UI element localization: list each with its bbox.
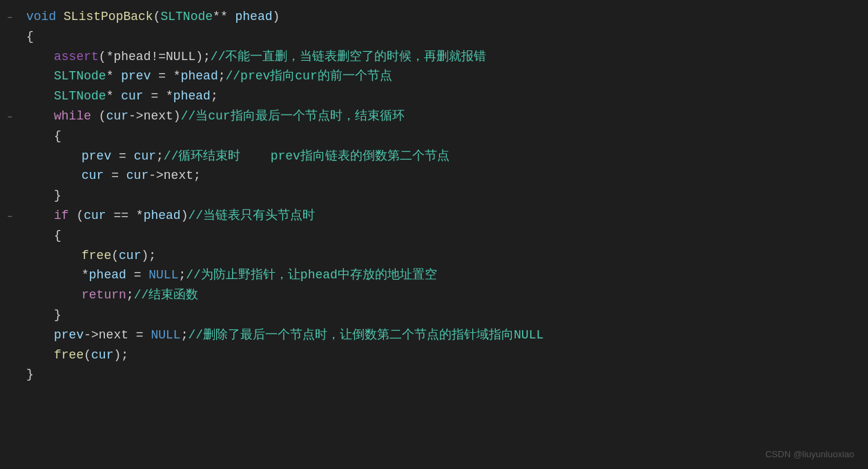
- code-content: void SListPopBack(SLTNode** phead): [19, 7, 868, 27]
- code-content: while (cur->next)//当cur指向最后一个节点时，结束循环: [19, 106, 868, 126]
- code-line: {: [0, 27, 868, 47]
- token: NULL: [151, 328, 180, 342]
- token: = *: [151, 69, 180, 83]
- token: (: [153, 10, 161, 23]
- token: SLTNode: [54, 69, 106, 83]
- collapse-icon[interactable]: −: [7, 111, 12, 124]
- token: [56, 10, 64, 23]
- token: ): [273, 10, 280, 23]
- token: ;: [211, 89, 218, 103]
- token: phead: [144, 209, 181, 222]
- token: free: [54, 348, 84, 362]
- code-content: free(cur);: [19, 345, 868, 365]
- token: == *: [106, 209, 144, 222]
- token: cur: [91, 348, 113, 362]
- token: }: [54, 308, 61, 322]
- token: free: [81, 249, 111, 262]
- token: = *: [144, 89, 173, 103]
- token: phead: [89, 268, 126, 282]
- code-line: −while (cur->next)//当cur指向最后一个节点时，结束循环: [0, 106, 868, 126]
- code-content: assert(*phead!=NULL);//不能一直删，当链表删空了的时候，再…: [19, 47, 868, 67]
- code-line: SLTNode* prev = *phead;//prev指向cur的前一个节点: [0, 66, 868, 86]
- token: ->next =: [84, 328, 151, 342]
- token: //当链表只有头节点时: [188, 209, 315, 222]
- code-container: −void SListPopBack(SLTNode** phead){asse…: [0, 0, 868, 469]
- token: //当cur指向最后一个节点时，结束循环: [181, 109, 405, 123]
- token: //循环结束时 prev指向链表的倒数第二个节点: [164, 149, 450, 163]
- token: cur: [106, 109, 128, 123]
- token: SLTNode: [160, 10, 213, 23]
- token: *: [106, 69, 122, 83]
- code-line: {: [0, 126, 868, 146]
- token: );: [113, 348, 128, 362]
- code-line: }: [0, 186, 868, 206]
- token: ->next): [128, 109, 181, 123]
- token: //为防止野指针，让phead中存放的地址置空: [186, 268, 437, 282]
- code-content: {: [19, 27, 868, 47]
- code-line: assert(*phead!=NULL);//不能一直删，当链表删空了的时候，再…: [0, 47, 868, 67]
- code-line: SLTNode* cur = *phead;: [0, 86, 868, 106]
- code-content: free(cur);: [19, 246, 868, 266]
- token: *: [106, 89, 122, 103]
- code-content: *phead = NULL;//为防止野指针，让phead中存放的地址置空: [19, 265, 868, 285]
- code-line: }: [0, 365, 868, 385]
- token: cur: [119, 249, 141, 262]
- token: (: [91, 109, 106, 123]
- token: return: [81, 288, 126, 302]
- token: {: [26, 30, 34, 44]
- token: cur: [126, 169, 148, 182]
- token: );: [141, 249, 156, 262]
- token: prev: [121, 69, 151, 83]
- token: //不能一直删，当链表删空了的时候，再删就报错: [211, 50, 487, 64]
- code-line: −if (cur == *phead)//当链表只有头节点时: [0, 206, 868, 226]
- token: ;: [218, 69, 226, 83]
- token: phead: [173, 89, 211, 103]
- token: );: [195, 50, 211, 64]
- token: =: [104, 169, 126, 182]
- gutter-icon: −: [0, 111, 19, 124]
- code-content: cur = cur->next;: [19, 166, 868, 186]
- token: *: [81, 268, 89, 282]
- token: //删除了最后一个节点时，让倒数第二个节点的指针域指向NULL: [188, 328, 543, 342]
- token: prev: [54, 328, 84, 342]
- token: prev: [81, 149, 111, 163]
- token: ->next;: [148, 169, 201, 182]
- code-content: {: [19, 226, 868, 246]
- token: ): [181, 209, 189, 222]
- code-content: return;//结束函数: [19, 285, 868, 305]
- code-line: free(cur);: [0, 246, 868, 266]
- code-line: cur = cur->next;: [0, 166, 868, 186]
- token: }: [54, 189, 61, 202]
- code-line: return;//结束函数: [0, 285, 868, 305]
- collapse-icon[interactable]: −: [7, 12, 12, 25]
- code-line: {: [0, 226, 868, 246]
- token: (: [69, 209, 84, 222]
- token: NULL: [148, 268, 178, 282]
- token: *phead!=NULL: [106, 50, 196, 64]
- token: ;: [178, 268, 186, 282]
- code-line: free(cur);: [0, 345, 868, 365]
- code-content: {: [19, 126, 868, 146]
- code-content: SLTNode* cur = *phead;: [19, 86, 868, 106]
- token: {: [54, 129, 61, 143]
- code-line: prev = cur;//循环结束时 prev指向链表的倒数第二个节点: [0, 146, 868, 166]
- code-content: if (cur == *phead)//当链表只有头节点时: [19, 206, 868, 226]
- token: }: [26, 367, 34, 381]
- token: //结束函数: [134, 288, 199, 302]
- token: cur: [134, 149, 156, 163]
- token: {: [54, 229, 61, 242]
- code-content: prev->next = NULL;//删除了最后一个节点时，让倒数第二个节点的…: [19, 325, 868, 345]
- token: while: [54, 109, 91, 123]
- token: (: [84, 348, 91, 362]
- token: cur: [81, 169, 104, 182]
- watermark: CSDN @liuyunluoxiao: [765, 448, 854, 462]
- token: ;: [181, 328, 189, 342]
- token: assert: [54, 50, 99, 64]
- token: ;: [156, 149, 164, 163]
- collapse-icon[interactable]: −: [7, 211, 12, 224]
- code-content: }: [19, 305, 868, 325]
- token: cur: [121, 89, 143, 103]
- token: cur: [84, 209, 106, 222]
- token: SListPopBack: [64, 10, 153, 23]
- code-content: SLTNode* prev = *phead;//prev指向cur的前一个节点: [19, 66, 868, 86]
